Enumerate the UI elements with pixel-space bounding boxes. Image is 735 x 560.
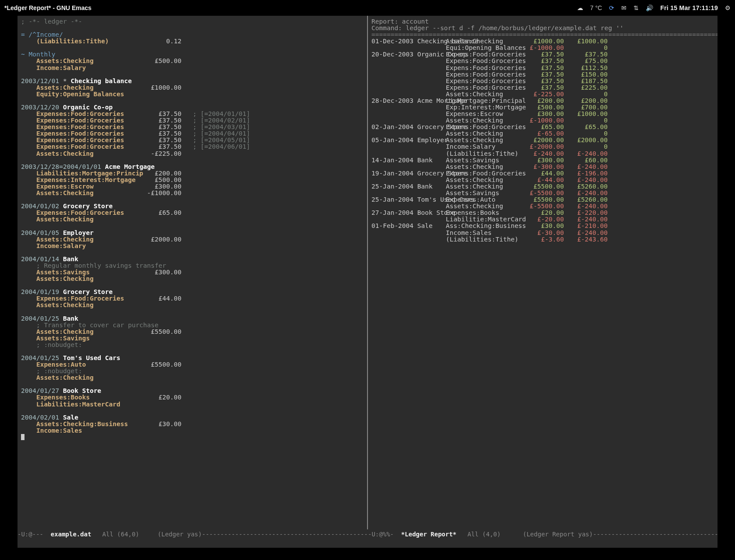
register-row: 01-Dec-2003 Checking balanceAssets:Check… <box>371 38 714 45</box>
volume-icon[interactable]: 🔊 <box>646 4 653 11</box>
register-row: 20-Dec-2003 Organic Co-op Expens:Food:Gr… <box>371 51 714 58</box>
register-row: Expenses:Escrow £300.00£1000.00 <box>371 111 714 117</box>
system-tray: ☁ 7 °C ⟳ ✉ ⇅ 🔊 Fri 15 Mar 17:11:19 ⚙ <box>577 4 731 11</box>
register-row: 27-Jan-2004 Book Store Expenses:Books £2… <box>371 210 714 216</box>
minibuffer[interactable] <box>18 539 718 548</box>
register-row: Exp:Interest:Mortgage £500.00£700.00 <box>371 104 714 111</box>
modeline-left[interactable]: -U:@--- example.dat All (64,0) (Ledger y… <box>18 531 367 538</box>
register-row: Income:Sales £-30.00£-240.00 <box>371 230 714 236</box>
register-row: 01-Feb-2004 Sale Ass:Checking:Business £… <box>371 223 714 229</box>
modeline-row: -U:@--- example.dat All (64,0) (Ledger y… <box>18 529 718 539</box>
refresh-icon[interactable]: ⟳ <box>609 4 614 11</box>
register-row: 25-Jan-2004 Tom's Used Cars Expenses:Aut… <box>371 196 714 203</box>
mail-icon[interactable]: ✉ <box>621 4 626 11</box>
register-row: 02-Jan-2004 Grocery Store Expens:Food:Gr… <box>371 124 714 130</box>
register-row: Assets:Checking £-225.000 <box>371 91 714 98</box>
register-row: Assets:Checking £-5500.00£-240.00 <box>371 203 714 210</box>
emacs-frame: ; -*- ledger -*- = /^Income/ (Liabilitie… <box>18 16 718 529</box>
register-row: Income:Salary £-2000.000 <box>371 144 714 150</box>
register-row: Expens:Food:Groceries £37.50£150.00 <box>371 71 714 78</box>
weather-icon: ☁ <box>577 4 583 11</box>
register-row: Assets:Checking £-65.000 <box>371 130 714 137</box>
register-row: Expens:Food:Groceries £37.50£225.00 <box>371 84 714 91</box>
register-row: Assets:Checking £-1000.000 <box>371 117 714 124</box>
register-row: 25-Jan-2004 Bank Assets:Checking £5500.0… <box>371 183 714 190</box>
register-row: Liabilitie:MasterCard £-20.00£-240.00 <box>371 216 714 223</box>
weather-temp: 7 °C <box>590 4 602 11</box>
cursor <box>21 434 24 440</box>
register-row: (Liabilities:Tithe) £-3.60£-243.60 <box>371 236 714 243</box>
register-row: 19-Jan-2004 Grocery Store Expens:Food:Gr… <box>371 170 714 177</box>
left-buffer-example-dat[interactable]: ; -*- ledger -*- = /^Income/ (Liabilitie… <box>18 16 367 529</box>
gnome-topbar: *Ledger Report* - GNU Emacs ☁ 7 °C ⟳ ✉ ⇅… <box>0 0 735 16</box>
register-row: Assets:Checking £-44.00£-240.00 <box>371 177 714 183</box>
settings-gear-icon[interactable]: ⚙ <box>725 4 731 11</box>
network-icon[interactable]: ⇅ <box>634 4 639 11</box>
register-row: 05-Jan-2004 Employer Assets:Checking £20… <box>371 137 714 144</box>
register-row: Assets:Checking £-300.00£-240.00 <box>371 164 714 170</box>
register-row: Equi:Opening Balances £-1000.000 <box>371 45 714 51</box>
clock: Fri 15 Mar 17:11:19 <box>660 4 718 11</box>
register-row: 14-Jan-2004 Bank Assets:Savings £300.00£… <box>371 157 714 164</box>
window-title: *Ledger Report* - GNU Emacs <box>4 4 91 11</box>
register-row: Expens:Food:Groceries £37.50£187.50 <box>371 78 714 84</box>
register-row: 28-Dec-2003 Acme Mortgage Li:Mortgage:Pr… <box>371 98 714 104</box>
register-row: (Liabilities:Tithe) £-240.00£-240.00 <box>371 150 714 157</box>
register-row: Expens:Food:Groceries £37.50£75.00 <box>371 58 714 64</box>
register-row: Assets:Savings £-5500.00£-240.00 <box>371 190 714 196</box>
right-buffer-ledger-report[interactable]: Report: account Command: ledger --sort d… <box>368 16 718 529</box>
register-row: Expens:Food:Groceries £37.50£112.50 <box>371 65 714 71</box>
modeline-right[interactable]: -U:@%%- *Ledger Report* All (4,0) (Ledge… <box>368 531 718 538</box>
